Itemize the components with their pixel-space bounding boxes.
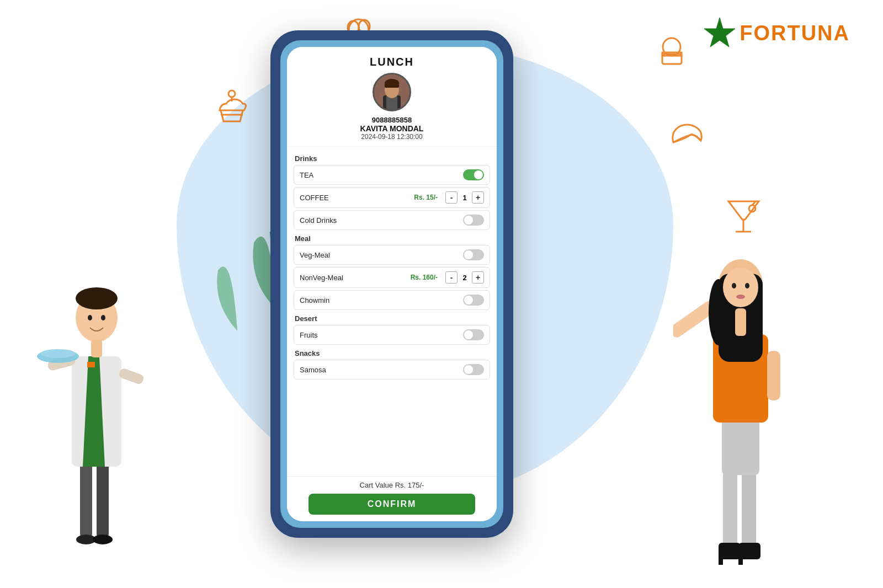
- qty-value-nonveg-meal: 2: [460, 274, 470, 282]
- svg-point-38: [76, 287, 118, 309]
- menu-item-cold-drinks: Cold Drinks: [294, 210, 490, 230]
- phone-screen: LUNCH: [287, 47, 497, 521]
- svg-point-28: [93, 534, 113, 544]
- svg-rect-46: [719, 555, 723, 565]
- item-name-samosa: Samosa: [300, 366, 326, 374]
- menu-item-veg-meal: Veg-Meal: [294, 245, 490, 265]
- item-right-coffee: Rs. 15/- - 1 +: [414, 191, 484, 204]
- phone-inner: LUNCH: [280, 40, 503, 528]
- toggle-samosa[interactable]: [463, 364, 484, 375]
- svg-rect-48: [722, 417, 759, 475]
- item-name-tea: TEA: [300, 171, 313, 179]
- confirm-button[interactable]: CONFIRM: [308, 494, 476, 515]
- svg-point-10: [228, 90, 235, 97]
- qty-increase-nonveg-meal[interactable]: +: [472, 271, 484, 284]
- phone-device: LUNCH: [270, 30, 513, 538]
- svg-point-55: [723, 268, 758, 307]
- svg-rect-43: [742, 467, 756, 549]
- svg-rect-42: [723, 467, 737, 549]
- svg-point-58: [736, 295, 745, 299]
- avatar: [373, 73, 411, 111]
- item-name-cold-drinks: Cold Drinks: [300, 216, 337, 224]
- phone-outer: LUNCH: [270, 30, 513, 538]
- item-name-coffee: COFFEE: [300, 194, 329, 202]
- toggle-fruits[interactable]: [463, 329, 484, 340]
- user-avatar-container: [373, 73, 411, 111]
- woman-illustration: [673, 180, 806, 577]
- svg-rect-24: [385, 82, 399, 88]
- toggle-chowmin[interactable]: [463, 295, 484, 306]
- qty-value-coffee: 1: [460, 194, 470, 202]
- toggle-tea[interactable]: [463, 169, 484, 180]
- user-datetime: 2024-09-18 12:30:00: [292, 133, 491, 141]
- user-phone: 9088885858: [292, 116, 491, 124]
- screen-header: LUNCH: [287, 47, 497, 147]
- qty-control-coffee: - 1 +: [445, 191, 484, 204]
- qty-control-nonveg-meal: - 2 +: [445, 271, 484, 284]
- menu-item-nonveg-meal: NonVeg-Meal Rs. 160/- - 2 +: [294, 267, 490, 288]
- svg-point-39: [88, 315, 92, 320]
- cart-value-label: Cart Value Rs. 175/-: [294, 481, 490, 489]
- item-name-nonveg-meal: NonVeg-Meal: [300, 274, 343, 282]
- svg-point-35: [40, 349, 76, 358]
- waiter-illustration: [33, 196, 155, 571]
- screen-body: Drinks TEA COFFEE Rs. 15/-: [287, 147, 497, 476]
- svg-point-56: [732, 283, 736, 288]
- svg-rect-25: [80, 461, 92, 538]
- qty-decrease-coffee[interactable]: -: [445, 191, 458, 204]
- svg-rect-47: [738, 555, 743, 565]
- menu-item-coffee: COFFEE Rs. 15/- - 1 +: [294, 187, 490, 208]
- menu-item-samosa: Samosa: [294, 360, 490, 379]
- svg-rect-51: [767, 351, 780, 400]
- leaf-decor-left2: [210, 248, 265, 339]
- brand-name: FORTUNA: [740, 22, 850, 45]
- menu-item-chowmin: Chowmin: [294, 290, 490, 310]
- category-meal-label: Meal: [295, 234, 490, 243]
- item-right-veg-meal: [463, 249, 484, 260]
- svg-marker-0: [704, 18, 735, 47]
- menu-item-tea: TEA: [294, 165, 490, 185]
- fortuna-logo: FORTUNA: [703, 17, 850, 50]
- toggle-cold-drinks[interactable]: [463, 215, 484, 226]
- chef-hat-icon: [654, 33, 690, 78]
- item-price-nonveg-meal: Rs. 160/-: [411, 274, 438, 281]
- item-right-fruits: [463, 329, 484, 340]
- category-desert-label: Desert: [295, 314, 490, 323]
- svg-rect-41: [91, 340, 102, 357]
- cupcake-icon: [215, 88, 248, 133]
- item-price-coffee: Rs. 15/-: [414, 194, 438, 201]
- qty-decrease-nonveg-meal[interactable]: -: [445, 271, 458, 284]
- qty-increase-coffee[interactable]: +: [472, 191, 484, 204]
- svg-point-40: [101, 315, 105, 320]
- fortuna-star-icon: [703, 17, 736, 50]
- item-name-veg-meal: Veg-Meal: [300, 251, 330, 259]
- item-name-fruits: Fruits: [300, 331, 318, 339]
- toggle-veg-meal[interactable]: [463, 249, 484, 260]
- item-right-cold-drinks: [463, 215, 484, 226]
- category-snacks-label: Snacks: [295, 349, 490, 357]
- svg-point-57: [745, 283, 749, 288]
- menu-item-fruits: Fruits: [294, 325, 490, 345]
- item-right-tea: [463, 169, 484, 180]
- user-name: KAVITA MONDAL: [292, 124, 491, 133]
- cart-section: Cart Value Rs. 175/- CONFIRM: [287, 476, 497, 521]
- item-name-chowmin: Chowmin: [300, 296, 329, 304]
- svg-rect-36: [118, 367, 145, 385]
- svg-rect-59: [735, 308, 746, 336]
- item-right-chowmin: [463, 295, 484, 306]
- croissant-icon: [668, 121, 712, 156]
- item-right-samosa: [463, 364, 484, 375]
- item-right-nonveg-meal: Rs. 160/- - 2 +: [411, 271, 484, 284]
- screen-title: LUNCH: [292, 56, 491, 68]
- svg-rect-26: [97, 461, 109, 538]
- category-drinks-label: Drinks: [295, 154, 490, 163]
